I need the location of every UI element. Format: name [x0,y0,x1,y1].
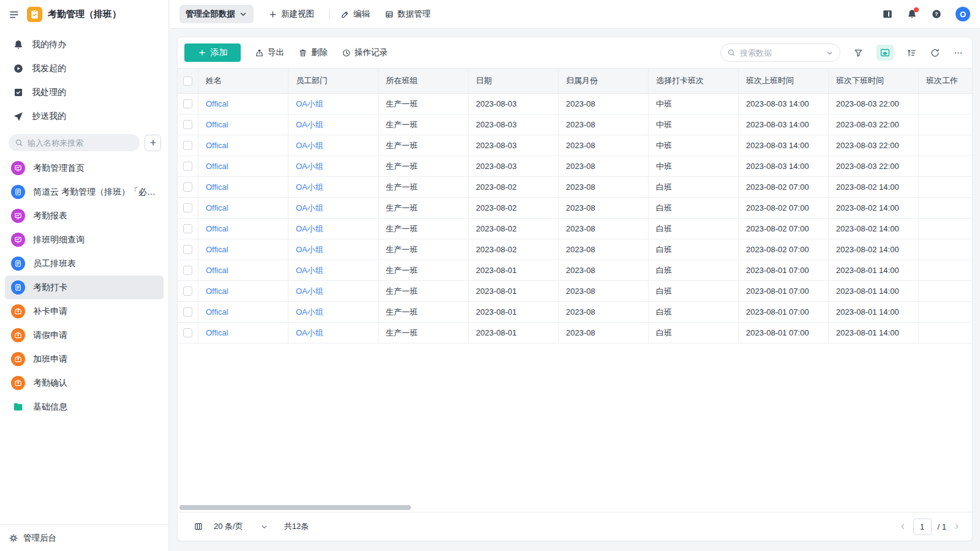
scrollbar-thumb[interactable] [179,505,411,510]
cell-link[interactable]: Offical [206,328,228,337]
cell-link[interactable]: Offical [206,162,228,171]
chevron-right-icon[interactable] [952,522,961,531]
cell-link[interactable]: OA小组 [296,182,323,193]
table-row[interactable]: OfficalOA小组生产一班2023-08-022023-08白班2023-0… [178,219,972,239]
column-header[interactable]: 日期 [469,69,559,93]
chevron-left-icon[interactable] [899,522,907,531]
cell-link[interactable]: Offical [206,203,228,212]
table-row[interactable]: OfficalOA小组生产一班2023-08-022023-08白班2023-0… [178,177,972,198]
view-switcher-button[interactable]: 管理全部数据 [179,5,254,23]
sidebar-menu-item[interactable]: 考勤确认 [5,371,164,395]
sidebar-quick-item[interactable]: 抄送我的 [5,104,164,128]
row-checkbox[interactable] [183,182,192,192]
table-row[interactable]: OfficalOA小组生产一班2023-08-032023-08中班2023-0… [178,156,972,177]
data-manage-button[interactable]: 数据管理 [385,9,431,20]
table-row[interactable]: OfficalOA小组生产一班2023-08-012023-08白班2023-0… [178,323,972,343]
chevron-down-icon[interactable] [826,49,834,57]
cell-link[interactable]: OA小组 [296,328,323,339]
row-checkbox[interactable] [183,162,192,171]
column-header[interactable]: 选择打卡班次 [649,69,739,93]
column-header[interactable]: 姓名 [198,69,288,93]
cell-link[interactable]: OA小组 [296,119,323,130]
table-row[interactable]: OfficalOA小组生产一班2023-08-012023-08白班2023-0… [178,302,972,323]
cell-link[interactable]: OA小组 [296,161,323,172]
refresh-icon[interactable] [930,48,940,58]
add-form-button[interactable] [145,135,161,151]
sidebar-quick-item[interactable]: 我发起的 [5,56,164,80]
sidebar-search-input[interactable] [28,138,134,148]
table-row[interactable]: OfficalOA小组生产一班2023-08-032023-08中班2023-0… [178,94,972,114]
cell-link[interactable]: OA小组 [296,99,323,110]
sidebar-menu-item[interactable]: 基础信息 [5,395,164,419]
table-row[interactable]: OfficalOA小组生产一班2023-08-012023-08白班2023-0… [178,260,972,281]
column-header[interactable]: 归属月份 [559,69,649,93]
cell-link[interactable]: Offical [206,182,228,192]
row-height-icon[interactable] [907,48,917,58]
row-checkbox[interactable] [183,224,192,233]
cell-link[interactable]: OA小组 [296,307,323,318]
table-row[interactable]: OfficalOA小组生产一班2023-08-012023-08白班2023-0… [178,281,972,302]
column-header[interactable]: 所在班组 [379,69,469,93]
sidebar-quick-item[interactable]: 我的待办 [5,32,164,56]
cell-link[interactable]: Offical [206,224,228,233]
avatar[interactable]: O [956,7,970,21]
row-checkbox[interactable] [183,328,192,337]
more-icon[interactable] [953,48,963,58]
cell-link[interactable]: Offical [206,287,228,296]
cell-link[interactable]: OA小组 [296,286,323,297]
hamburger-icon[interactable] [9,9,20,20]
add-button[interactable]: 添加 [184,43,241,62]
sidebar-search[interactable] [9,134,140,151]
cell-link[interactable]: Offical [206,266,228,275]
row-checkbox[interactable] [183,245,192,254]
row-checkbox[interactable] [183,99,192,108]
cell-link[interactable]: OA小组 [296,203,323,214]
row-checkbox[interactable] [183,141,192,150]
export-button[interactable]: 导出 [255,47,284,58]
edit-button[interactable]: 编辑 [341,9,370,20]
sidebar-menu-item[interactable]: 考勤管理首页 [5,156,164,180]
column-header[interactable]: 班次下班时间 [829,69,919,93]
cell-link[interactable]: Offical [206,120,228,129]
columns-icon[interactable] [194,522,203,531]
filter-icon[interactable] [853,48,864,58]
sidebar-menu-item[interactable]: 简道云 考勤管理（排班）「必看... [5,180,164,204]
view-config-icon[interactable] [876,45,894,61]
help-icon[interactable]: ? [931,9,942,20]
cell-link[interactable]: Offical [206,307,228,317]
row-checkbox[interactable] [183,203,192,212]
new-view-button[interactable]: 新建视图 [268,9,314,20]
row-checkbox[interactable] [183,287,192,296]
sidebar-menu-item[interactable]: 员工排班表 [5,252,164,276]
row-checkbox[interactable] [183,307,192,317]
column-header[interactable]: 班次上班时间 [739,69,829,93]
column-header[interactable]: 员工部门 [288,69,379,93]
data-search[interactable] [720,43,840,62]
cell-link[interactable]: OA小组 [296,223,323,234]
notification-bell-icon[interactable] [907,9,918,20]
row-checkbox[interactable] [183,120,192,129]
table-row[interactable]: OfficalOA小组生产一班2023-08-032023-08中班2023-0… [178,114,972,135]
delete-button[interactable]: 删除 [298,47,328,58]
select-all-checkbox[interactable] [183,77,192,86]
cell-link[interactable]: OA小组 [296,265,323,276]
sidebar-menu-item[interactable]: 补卡申请 [5,299,164,323]
cell-link[interactable]: OA小组 [296,244,323,255]
page-size-select[interactable]: 20 条/页 [214,521,268,532]
sidebar-menu-item[interactable]: 加班申请 [5,347,164,371]
table-row[interactable]: OfficalOA小组生产一班2023-08-022023-08白班2023-0… [178,198,972,219]
table-row[interactable]: OfficalOA小组生产一班2023-08-022023-08白班2023-0… [178,239,972,260]
sidebar-menu-item[interactable]: 排班明细查询 [5,228,164,252]
table-row[interactable]: OfficalOA小组生产一班2023-08-032023-08中班2023-0… [178,135,972,156]
sidebar-quick-item[interactable]: 我处理的 [5,80,164,104]
cell-link[interactable]: Offical [206,99,228,108]
admin-backend-button[interactable]: 管理后台 [0,524,168,551]
operation-log-button[interactable]: 操作记录 [342,47,388,58]
sidebar-menu-item[interactable]: 考勤打卡 [5,276,164,299]
column-header[interactable]: 班次工作 [919,69,972,93]
sidebar-menu-item[interactable]: 请假申请 [5,323,164,347]
cell-link[interactable]: Offical [206,141,228,150]
data-search-input[interactable] [740,48,826,58]
cell-link[interactable]: OA小组 [296,140,323,151]
page-number-input[interactable] [913,519,932,535]
